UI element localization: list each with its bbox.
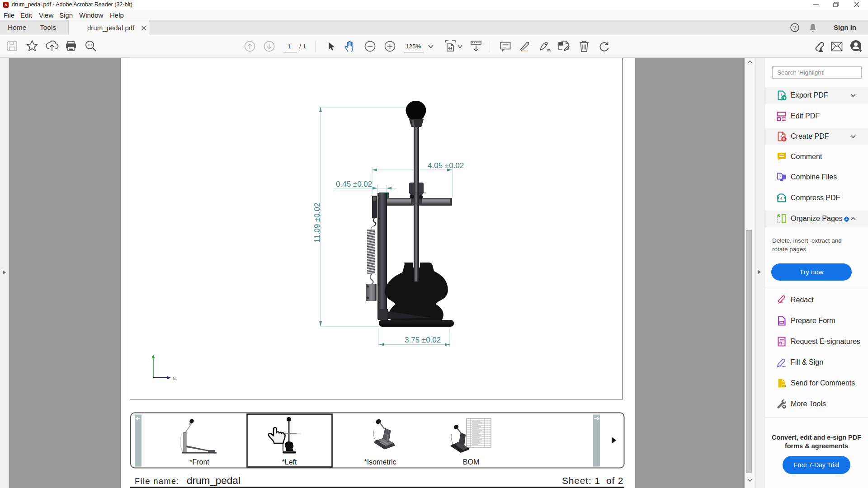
svg-text:0.45 ±0.02: 0.45 ±0.02 [336, 180, 372, 188]
svg-text:A: A [778, 174, 781, 178]
svg-text:A: A [779, 196, 783, 201]
svg-text:11.09 ±0.02: 11.09 ±0.02 [313, 203, 321, 243]
svg-text:4.05 ±0.02: 4.05 ±0.02 [428, 161, 464, 170]
svg-text:drum_pedal: drum_pedal [187, 475, 241, 486]
svg-text:N: N [173, 376, 176, 381]
svg-text:?: ? [793, 24, 796, 31]
svg-text:*Front: *Front [189, 458, 209, 466]
svg-text:*Left: *Left [282, 458, 297, 466]
svg-text:*Isometric: *Isometric [364, 458, 396, 466]
svg-text:BOM: BOM [463, 458, 479, 466]
svg-text:Sheet: 1 of 2: Sheet: 1 of 2 [562, 475, 623, 486]
svg-text:File name:: File name: [135, 477, 179, 486]
svg-text:3.75 ±0.02: 3.75 ±0.02 [405, 336, 441, 344]
